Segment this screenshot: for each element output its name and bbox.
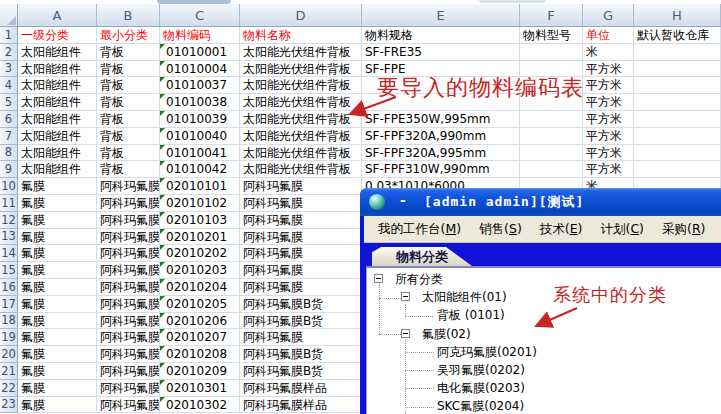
cell-G7[interactable]: 平方米 bbox=[583, 128, 634, 145]
cell-D15[interactable]: 阿科玛氟膜 bbox=[240, 262, 362, 279]
cell-D1[interactable]: 物料名称 bbox=[240, 27, 362, 44]
cell-C10[interactable]: 02010101 bbox=[160, 178, 240, 195]
cell-D22[interactable]: 阿科玛氟膜样品 bbox=[240, 380, 362, 397]
cell-E2[interactable]: SF-FRE35 bbox=[362, 44, 520, 61]
cell-A5[interactable]: 太阳能组件 bbox=[18, 94, 97, 111]
cell-B6[interactable]: 背板 bbox=[97, 111, 160, 128]
tree-item-6[interactable]: 吴羽氟膜(0202) bbox=[437, 362, 525, 378]
cell-D23[interactable]: 阿科玛氟膜样品 bbox=[240, 397, 362, 414]
row-header-9[interactable]: 9 bbox=[0, 161, 18, 178]
cell-B15[interactable]: 阿科玛氟膜 bbox=[97, 262, 160, 279]
cell-A8[interactable]: 太阳能组件 bbox=[18, 145, 97, 162]
cell-B3[interactable]: 背板 bbox=[97, 61, 160, 78]
cell-H5[interactable] bbox=[634, 94, 721, 111]
cell-B2[interactable]: 背板 bbox=[97, 44, 160, 61]
cell-H3[interactable] bbox=[634, 61, 721, 78]
cell-C18[interactable]: 02010206 bbox=[160, 313, 240, 330]
cell-E1[interactable]: 物料规格 bbox=[362, 27, 520, 44]
cell-D18[interactable]: 阿科玛氟膜B货 bbox=[240, 313, 362, 330]
cell-A1[interactable]: 一级分类 bbox=[18, 27, 97, 44]
row-header-13[interactable]: 13 bbox=[0, 229, 18, 246]
cell-D11[interactable]: 阿科玛氟膜 bbox=[240, 195, 362, 212]
cell-C4[interactable]: 01010037 bbox=[160, 77, 240, 94]
cell-B16[interactable]: 阿科玛氟膜 bbox=[97, 279, 160, 296]
window-titlebar[interactable]: - [admin admin][测试] bbox=[360, 188, 721, 216]
cell-E8[interactable]: SF-FPF320A,995mm bbox=[362, 145, 520, 162]
cell-A20[interactable]: 氟膜 bbox=[18, 346, 97, 363]
tree-item-7[interactable]: 电化氟膜(0203) bbox=[437, 380, 525, 396]
cell-F2[interactable] bbox=[520, 44, 583, 61]
cell-F7[interactable] bbox=[520, 128, 583, 145]
cell-D3[interactable]: 太阳能光伏组件背板 bbox=[240, 61, 362, 78]
row-header-17[interactable]: 17 bbox=[0, 296, 18, 313]
cell-A17[interactable]: 氟膜 bbox=[18, 296, 97, 313]
cell-B21[interactable]: 阿科玛氟膜 bbox=[97, 363, 160, 380]
row-header-7[interactable]: 7 bbox=[0, 128, 18, 145]
cell-C8[interactable]: 01010041 bbox=[160, 145, 240, 162]
cell-C7[interactable]: 01010040 bbox=[160, 128, 240, 145]
row-header-21[interactable]: 21 bbox=[0, 363, 18, 380]
cell-C17[interactable]: 02010205 bbox=[160, 296, 240, 313]
cell-B4[interactable]: 背板 bbox=[97, 77, 160, 94]
cell-D12[interactable]: 阿科玛氟膜 bbox=[240, 212, 362, 229]
cell-F1[interactable]: 物料型号 bbox=[520, 27, 583, 44]
col-header-C[interactable]: C bbox=[160, 4, 240, 27]
tree-item-8[interactable]: SKC氟膜(0204) bbox=[437, 398, 524, 414]
cell-D10[interactable]: 阿科玛氟膜 bbox=[240, 178, 362, 195]
cell-D8[interactable]: 太阳能光伏组件背板 bbox=[240, 145, 362, 162]
cell-D21[interactable]: 阿科玛氟膜B货 bbox=[240, 363, 362, 380]
cell-C19[interactable]: 02010207 bbox=[160, 329, 240, 346]
tree-expand-minus-icon[interactable] bbox=[401, 292, 410, 301]
row-header-14[interactable]: 14 bbox=[0, 245, 18, 262]
cell-A22[interactable]: 氟膜 bbox=[18, 380, 97, 397]
cell-B19[interactable]: 阿科玛氟膜 bbox=[97, 329, 160, 346]
cell-G6[interactable]: 平方米 bbox=[583, 111, 634, 128]
cell-G4[interactable]: 平方米 bbox=[583, 77, 634, 94]
cell-C11[interactable]: 02010102 bbox=[160, 195, 240, 212]
menu-item-E[interactable]: 技术(E) bbox=[531, 221, 592, 238]
cell-E7[interactable]: SF-FPF320A,990mm bbox=[362, 128, 520, 145]
cell-B10[interactable]: 阿科玛氟膜 bbox=[97, 178, 160, 195]
cell-D5[interactable]: 太阳能光伏组件背板 bbox=[240, 94, 362, 111]
row-header-12[interactable]: 12 bbox=[0, 212, 18, 229]
cell-B7[interactable]: 背板 bbox=[97, 128, 160, 145]
cell-B17[interactable]: 阿科玛氟膜 bbox=[97, 296, 160, 313]
row-header-15[interactable]: 15 bbox=[0, 262, 18, 279]
cell-E9[interactable]: SF-FPF310W,990mm bbox=[362, 161, 520, 178]
row-header-6[interactable]: 6 bbox=[0, 111, 18, 128]
row-header-20[interactable]: 20 bbox=[0, 346, 18, 363]
cell-G3[interactable]: 平方米 bbox=[583, 61, 634, 78]
row-header-8[interactable]: 8 bbox=[0, 145, 18, 162]
cell-C12[interactable]: 02010103 bbox=[160, 212, 240, 229]
cell-G1[interactable]: 单位 bbox=[583, 27, 634, 44]
cell-B9[interactable]: 背板 bbox=[97, 161, 160, 178]
cell-H9[interactable] bbox=[634, 161, 721, 178]
cell-B12[interactable]: 阿科玛氟膜 bbox=[97, 212, 160, 229]
cell-A6[interactable]: 太阳能组件 bbox=[18, 111, 97, 128]
row-header-5[interactable]: 5 bbox=[0, 94, 18, 111]
row-header-22[interactable]: 22 bbox=[0, 380, 18, 397]
row-header-2[interactable]: 2 bbox=[0, 44, 18, 61]
tree-item-3[interactable]: 背板 (0101) bbox=[437, 307, 505, 323]
cell-B18[interactable]: 阿科玛氟膜 bbox=[97, 313, 160, 330]
cell-D16[interactable]: 阿科玛氟膜 bbox=[240, 279, 362, 296]
cell-A21[interactable]: 氟膜 bbox=[18, 363, 97, 380]
cell-B14[interactable]: 阿科玛氟膜 bbox=[97, 245, 160, 262]
cell-D19[interactable]: 阿科玛氟膜 bbox=[240, 329, 362, 346]
col-header-F[interactable]: F bbox=[520, 4, 583, 27]
tab-material-classification[interactable]: 物料分类 bbox=[372, 247, 472, 266]
menu-item-M[interactable]: 我的工作台(M) bbox=[369, 221, 470, 238]
row-header-4[interactable]: 4 bbox=[0, 77, 18, 94]
cell-A19[interactable]: 氟膜 bbox=[18, 329, 97, 346]
col-header-E[interactable]: E bbox=[362, 4, 520, 27]
cell-C1[interactable]: 物料编码 bbox=[160, 27, 240, 44]
menu-item-R[interactable]: 采购(R) bbox=[653, 221, 714, 238]
col-header-G[interactable]: G bbox=[583, 4, 634, 27]
cell-C23[interactable]: 02010302 bbox=[160, 397, 240, 414]
cell-A11[interactable]: 氟膜 bbox=[18, 195, 97, 212]
cell-C16[interactable]: 02010204 bbox=[160, 279, 240, 296]
row-header-18[interactable]: 18 bbox=[0, 313, 18, 330]
cell-D4[interactable]: 太阳能光伏组件背板 bbox=[240, 77, 362, 94]
cell-C22[interactable]: 02010301 bbox=[160, 380, 240, 397]
cell-A16[interactable]: 氟膜 bbox=[18, 279, 97, 296]
